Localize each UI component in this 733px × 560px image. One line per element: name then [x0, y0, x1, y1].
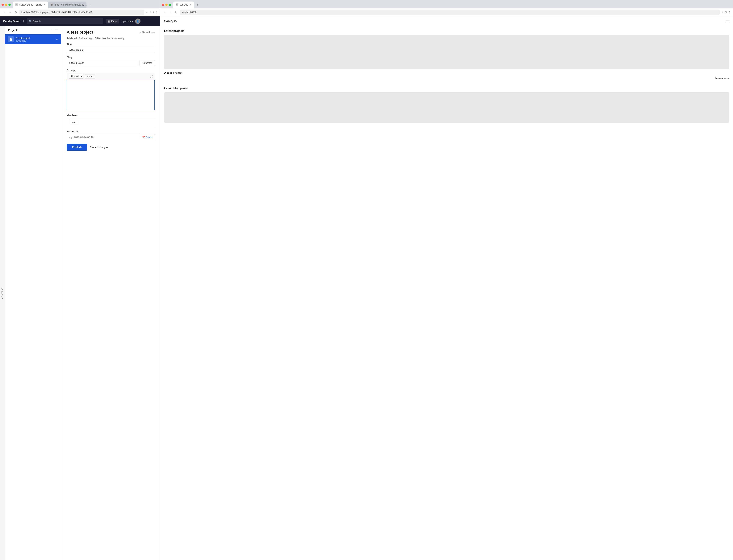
publish-button[interactable]: Publish: [67, 144, 87, 151]
right-address-input[interactable]: [180, 10, 720, 15]
more-toolbar-button[interactable]: More ▾: [85, 74, 95, 78]
content-label-text: Content: [1, 287, 4, 299]
right-address-icons: ☆ S ⋮: [721, 11, 731, 14]
tab-label: Gatsby Demo – Sanity: [19, 3, 42, 6]
calendar-icon: 📅: [142, 136, 145, 139]
tab-favicon: S: [15, 3, 18, 6]
text-style-select[interactable]: Normal: [69, 74, 83, 79]
right-forward-button[interactable]: →: [168, 10, 173, 14]
user-avatar[interactable]: 👤: [135, 19, 141, 24]
blog-image-card: [164, 92, 729, 123]
new-document-button[interactable]: +: [23, 19, 25, 23]
publish-bar: Publish Discard changes: [67, 144, 155, 153]
refresh-button[interactable]: ↻: [14, 10, 18, 14]
started-at-row: 📅 Select: [67, 134, 155, 140]
generate-slug-button[interactable]: Generate: [140, 60, 155, 66]
document-editor: A test project ✓ Synced ⋯ Published 16 m…: [61, 26, 160, 560]
bookmark-icon[interactable]: ☆: [146, 11, 148, 14]
right-fullscreen-button[interactable]: [169, 4, 171, 6]
synced-checkmark-icon: ✓: [140, 31, 142, 34]
app-header: Gatsby Demo + 🔍 Search ▦ Desk Up to date…: [0, 16, 160, 26]
project-list-item[interactable]: 📄 A test project 23/01/2019 ✏: [5, 34, 61, 44]
search-icon: 🔍: [29, 20, 32, 23]
traffic-lights: [2, 4, 11, 6]
project-item-edit-button[interactable]: ✏: [56, 38, 58, 41]
right-refresh-button[interactable]: ↻: [174, 10, 178, 14]
menu-icon[interactable]: ⋮: [155, 11, 158, 14]
tab2-favicon: 🖼: [51, 3, 53, 6]
slug-field-label: Slug: [67, 56, 155, 59]
active-tab[interactable]: S Gatsby Demo – Sanity ✕: [13, 2, 48, 8]
left-tab-bar: S Gatsby Demo – Sanity ✕ 🖼 Blue Hour Mom…: [0, 0, 160, 8]
more-label: More: [87, 75, 92, 78]
members-field-label: Members: [67, 114, 155, 117]
title-input[interactable]: [67, 47, 155, 53]
project-image-card: [164, 35, 729, 69]
sync-indicator: ✓ Synced: [140, 31, 150, 34]
right-active-tab[interactable]: S Sanity.io ✕: [173, 2, 194, 8]
right-profile-icon[interactable]: S: [725, 11, 727, 14]
slug-input[interactable]: [67, 60, 138, 66]
forward-button[interactable]: →: [8, 10, 12, 14]
excerpt-field-label: Excerpt: [67, 69, 155, 72]
right-back-button[interactable]: ←: [163, 10, 167, 14]
project-panel-title: Project: [8, 29, 51, 32]
search-bar[interactable]: 🔍 Search: [27, 18, 103, 24]
project-item-icon: 📄: [8, 36, 14, 42]
project-name-label: A test project: [164, 71, 729, 74]
content-sidebar-label: Content: [0, 26, 5, 560]
meta-separator: ·: [94, 37, 94, 40]
info-icon[interactable]: ℹ: [153, 11, 154, 14]
latest-projects-section: Latest projects A test project Browse mo…: [160, 26, 733, 84]
doc-meta: Published 16 minutes ago · Edited less t…: [67, 37, 155, 40]
inactive-tab[interactable]: 🖼 Blue Hour Moments photo by ... ✕: [48, 2, 87, 8]
add-document-button[interactable]: +: [51, 28, 53, 32]
expand-editor-button[interactable]: ⛶: [150, 75, 153, 78]
excerpt-textarea[interactable]: [67, 80, 155, 110]
doc-menu-button[interactable]: ⋯: [152, 31, 155, 34]
app-logo: Gatsby Demo: [3, 20, 20, 23]
right-menu-icon[interactable]: ⋮: [728, 11, 731, 14]
latest-blog-section: Latest blog posts: [160, 84, 733, 126]
right-tab-bar: S Sanity.io ✕ +: [160, 0, 733, 8]
browse-more-link[interactable]: Browse more: [164, 76, 729, 81]
back-button[interactable]: ←: [2, 10, 6, 14]
minimize-window-button[interactable]: [5, 4, 7, 6]
latest-blog-title: Latest blog posts: [164, 87, 729, 90]
right-new-tab-button[interactable]: +: [195, 2, 200, 7]
left-address-bar: ← → ↻ ☆ S ℹ ⋮: [0, 8, 160, 16]
latest-projects-title: Latest projects: [164, 29, 729, 32]
document-title: A test project: [67, 30, 140, 35]
close-window-button[interactable]: [2, 4, 4, 6]
right-close-button[interactable]: [162, 4, 164, 6]
add-member-button[interactable]: Add: [69, 120, 79, 125]
project-menu-button[interactable]: ⋯: [55, 28, 58, 32]
discard-button[interactable]: Discard changes: [90, 146, 108, 149]
tab-close-button[interactable]: ✕: [44, 4, 46, 6]
synced-label: Synced: [142, 31, 150, 34]
project-item-date: 23/01/2019: [16, 40, 54, 42]
date-input[interactable]: [67, 134, 140, 140]
right-tab-close-button[interactable]: ✕: [190, 4, 192, 6]
address-bar-icons: ☆ S ℹ ⋮: [146, 11, 158, 14]
more-chevron-icon: ▾: [92, 75, 94, 78]
select-date-button[interactable]: 📅 Select: [140, 134, 155, 140]
right-minimize-button[interactable]: [165, 4, 168, 6]
edited-time: Edited less than a minute ago: [95, 37, 125, 40]
right-bookmark-icon[interactable]: ☆: [721, 11, 723, 14]
right-tab-favicon: S: [176, 3, 178, 6]
tab2-label: Blue Hour Moments photo by ...: [54, 3, 87, 6]
excerpt-toolbar: Normal More ▾ ⛶: [67, 73, 155, 80]
hamburger-menu-button[interactable]: [726, 20, 729, 22]
project-panel: Project + ⋯ 📄 A test project 23/01/2019 …: [5, 26, 61, 560]
desk-button[interactable]: ▦ Desk: [106, 19, 119, 23]
search-placeholder: Search: [33, 20, 41, 23]
new-tab-button[interactable]: +: [88, 2, 92, 7]
desk-icon: ▦: [108, 20, 110, 23]
doc-topbar: A test project ✓ Synced ⋯: [67, 30, 155, 35]
project-panel-header: Project + ⋯: [5, 26, 61, 34]
project-item-info: A test project 23/01/2019: [16, 37, 54, 42]
fullscreen-window-button[interactable]: [8, 4, 11, 6]
address-input[interactable]: [19, 10, 144, 15]
profile-icon[interactable]: S: [150, 11, 151, 14]
